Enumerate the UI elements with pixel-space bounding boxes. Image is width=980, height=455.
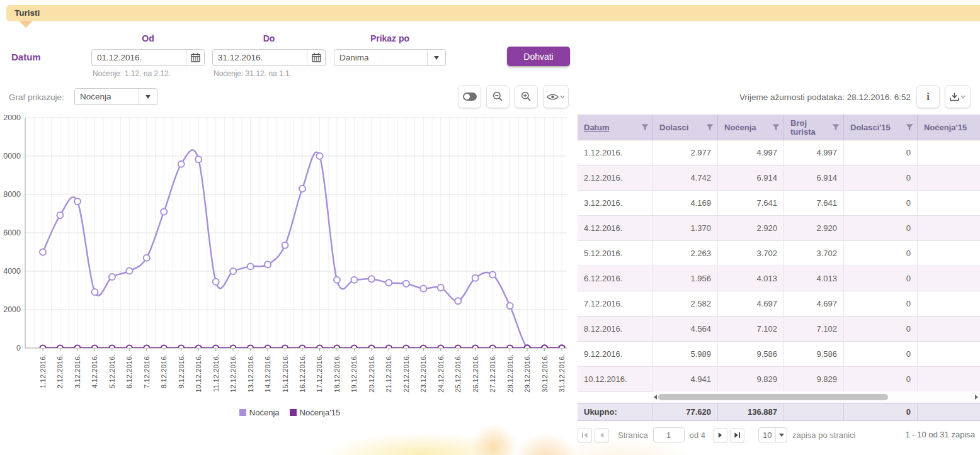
- prev-page-icon: [598, 432, 605, 439]
- x-axis-tick-label: 2.12.2016.: [56, 354, 64, 388]
- table-total-row: Ukupno:77.620136.8870: [578, 403, 980, 421]
- column-header-Dolasci'15[interactable]: Dolasci'15: [844, 115, 918, 140]
- table-row[interactable]: 8.12.2016.4.5647.1027.1020: [578, 317, 980, 342]
- column-header-Noćenja[interactable]: Noćenja: [718, 115, 784, 140]
- cell-value: [918, 317, 980, 342]
- filter-icon[interactable]: [706, 124, 714, 131]
- download-button[interactable]: [945, 85, 971, 108]
- cell-value: 9.829: [718, 367, 784, 392]
- x-axis-tick-label: 5.12.2016.: [108, 354, 116, 388]
- cell-value: 9.586: [784, 342, 844, 367]
- cell-datum: 6.12.2016.: [578, 266, 653, 291]
- cell-datum: 8.12.2016.: [578, 317, 653, 342]
- x-axis-tick-label: 19.12.2016.: [350, 354, 358, 393]
- stranica-label: Stranica: [618, 430, 648, 440]
- date-to-input[interactable]: [213, 53, 307, 62]
- series-visibility-button[interactable]: [543, 85, 569, 108]
- x-axis-tick-label: 1.12.2016.: [39, 354, 47, 388]
- x-axis-tick-label: 30.12.2016.: [541, 354, 549, 393]
- download-icon: [950, 93, 959, 101]
- cell-value: 6.914: [784, 166, 844, 191]
- table-row[interactable]: 4.12.2016.1.3702.9202.9200: [578, 216, 980, 241]
- next-page-button[interactable]: [713, 428, 727, 442]
- cell-value: 0: [844, 342, 918, 367]
- column-header-Dolasci[interactable]: Dolasci: [653, 115, 718, 140]
- cell-value: 2.582: [653, 291, 718, 317]
- filter-icon[interactable]: [906, 124, 913, 131]
- scroll-right-icon[interactable]: [975, 395, 978, 400]
- last-page-button[interactable]: [730, 428, 744, 442]
- info-icon: i: [926, 91, 930, 103]
- cell-value: 2.920: [718, 216, 784, 241]
- info-button[interactable]: i: [916, 85, 940, 108]
- table-row[interactable]: 10.12.2016.4.9419.8299.8290: [578, 367, 980, 392]
- x-axis-tick-label: 18.12.2016.: [333, 354, 341, 393]
- table-row[interactable]: 3.12.2016.4.1697.6417.6410: [578, 191, 980, 216]
- last-page-icon: [734, 432, 741, 439]
- scroll-left-icon[interactable]: [654, 395, 657, 400]
- turisti-page: Turisti Datum Od Do Prikaz po Noćenje: 1…: [0, 0, 980, 455]
- scrollbar-thumb[interactable]: [658, 394, 888, 400]
- cell-value: 0: [844, 317, 918, 342]
- cell-value: 5.989: [653, 342, 718, 367]
- turisti-tab-bar[interactable]: Turisti: [6, 5, 980, 21]
- table-row[interactable]: 2.12.2016.4.7426.9146.9140: [578, 166, 980, 191]
- table-row[interactable]: 9.12.2016.5.9899.5869.5860: [578, 342, 980, 367]
- graf-prikazuje-select[interactable]: Noćenja: [74, 88, 157, 105]
- page-number-input[interactable]: [653, 427, 685, 442]
- first-page-button[interactable]: [578, 428, 592, 442]
- zoom-in-button[interactable]: [515, 85, 538, 108]
- do-label: Do: [212, 33, 326, 43]
- cell-value: 7.102: [784, 317, 844, 342]
- cell-value: [918, 140, 980, 166]
- date-from-input[interactable]: [92, 53, 186, 62]
- table-row[interactable]: 7.12.2016.2.5824.6974.6970: [578, 291, 980, 317]
- legend-item[interactable]: Noćenja'15: [290, 408, 341, 417]
- table-row[interactable]: 6.12.2016.1.9564.0134.0130: [578, 266, 980, 291]
- x-axis-tick-label: 20.12.2016.: [368, 354, 375, 393]
- legend-item[interactable]: Noćenja: [239, 408, 280, 417]
- legend-label: Noćenja'15: [300, 408, 341, 417]
- page-size-select[interactable]: 10: [758, 427, 787, 442]
- dohvati-button[interactable]: Dohvati: [507, 47, 570, 66]
- calendar-icon[interactable]: [186, 50, 204, 65]
- chart-canvas[interactable]: 0200040006000800010000120001.12.2016.2.1…: [3, 115, 571, 411]
- decor-blob: [471, 424, 516, 455]
- cell-value: 9.829: [784, 367, 844, 392]
- cell-datum: 2.12.2016.: [578, 166, 653, 191]
- column-header-Broj turista[interactable]: Broj turista: [784, 115, 844, 140]
- cell-datum: 4.12.2016.: [578, 216, 653, 241]
- records-range-label: 1 - 10 od 31 zapisa: [905, 430, 975, 439]
- cell-datum: 7.12.2016.: [578, 291, 653, 317]
- x-axis-tick-label: 29.12.2016.: [523, 354, 531, 393]
- x-axis-tick-label: 3.12.2016.: [74, 354, 81, 388]
- chart-toggle-button[interactable]: [458, 85, 481, 108]
- zoom-out-button[interactable]: [486, 85, 510, 108]
- column-header-Noćenja'15[interactable]: Noćenja'15: [918, 115, 980, 140]
- graf-prikazuje-value: Noćenja: [75, 92, 139, 101]
- table-horizontal-scrollbar[interactable]: [653, 391, 980, 403]
- cell-value: 0: [844, 266, 918, 291]
- filter-icon[interactable]: [772, 124, 780, 131]
- y-axis-tick-label: 12000: [3, 115, 21, 122]
- y-axis-tick-label: 0: [16, 344, 21, 352]
- cell-value: 4.941: [653, 367, 718, 392]
- table-row[interactable]: 5.12.2016.2.2633.7023.7020: [578, 241, 980, 266]
- x-axis-tick-label: 22.12.2016.: [402, 354, 410, 393]
- cell-datum: 9.12.2016.: [578, 342, 653, 367]
- table-row[interactable]: 1.12.2016.2.9774.9974.9970: [578, 140, 980, 166]
- column-header-label: Broj turista: [790, 119, 829, 136]
- x-axis-tick-label: 8.12.2016.: [160, 354, 168, 388]
- prev-page-button[interactable]: [595, 428, 609, 442]
- cell-value: 7.102: [718, 317, 784, 342]
- calendar-icon[interactable]: [307, 50, 325, 65]
- filter-icon[interactable]: [641, 124, 649, 131]
- column-header-Datum[interactable]: Datum: [578, 115, 653, 140]
- x-axis-tick-label: 9.12.2016.: [178, 354, 185, 388]
- x-axis-tick-label: 24.12.2016.: [437, 354, 445, 393]
- x-axis-tick-label: 13.12.2016.: [247, 354, 254, 393]
- date-from-field: [91, 49, 205, 66]
- cell-value: 0: [844, 140, 918, 166]
- filter-icon[interactable]: [832, 124, 840, 131]
- prikaz-po-select[interactable]: Danima: [334, 49, 446, 66]
